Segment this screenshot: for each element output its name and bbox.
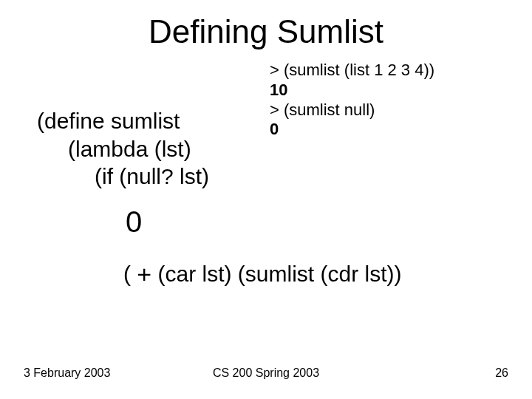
slide-title: Defining Sumlist <box>0 13 532 50</box>
call-open: ( <box>123 262 137 286</box>
repl-line-2: 10 <box>270 81 434 100</box>
repl-line-1: > (sumlist (list 1 2 3 4)) <box>270 61 434 81</box>
recursive-call-line: ( + (car lst) (sumlist (cdr lst)) <box>123 259 402 287</box>
definition-block: (define sumlist (lambda (lst) (if (null?… <box>37 107 209 191</box>
slide: Defining Sumlist > (sumlist (list 1 2 3 … <box>0 0 532 399</box>
def-line-1: (define sumlist <box>37 107 209 135</box>
footer-page-number: 26 <box>495 366 508 380</box>
call-rest: (car lst) (sumlist (cdr lst)) <box>151 262 401 286</box>
footer-course: CS 200 Spring 2003 <box>0 366 532 380</box>
repl-output: > (sumlist (list 1 2 3 4)) 10 > (sumlist… <box>270 61 434 140</box>
plus-icon: + <box>137 260 151 289</box>
zero-literal: 0 <box>126 205 142 239</box>
repl-line-4: 0 <box>270 120 434 140</box>
def-line-2: (lambda (lst) <box>37 135 209 163</box>
repl-line-3: > (sumlist null) <box>270 100 434 120</box>
def-line-3: (if (null? lst) <box>37 163 209 191</box>
